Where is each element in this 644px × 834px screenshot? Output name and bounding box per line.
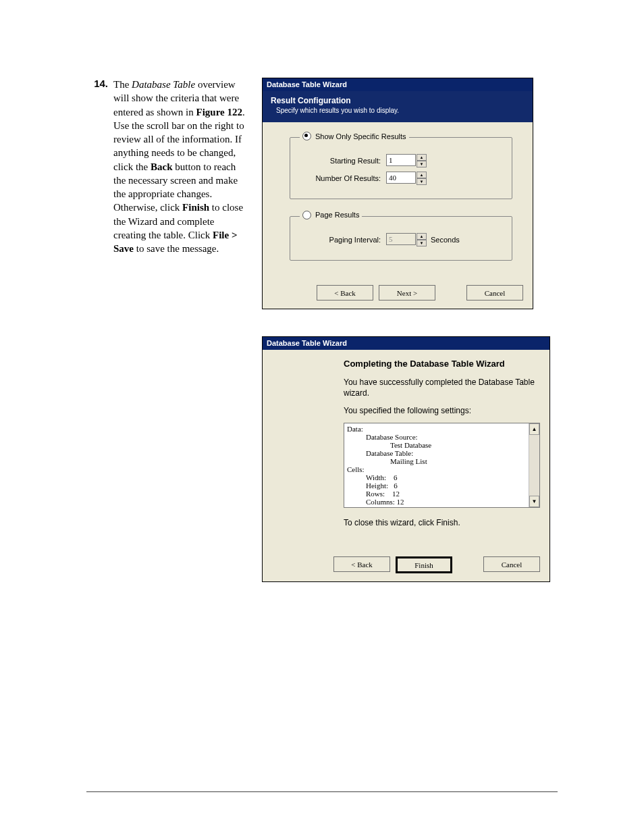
back-button[interactable]: < Back xyxy=(317,285,373,301)
footer-rule xyxy=(86,791,558,792)
cancel-button[interactable]: Cancel xyxy=(466,285,523,301)
completing-title: Completing the Database Table Wizard xyxy=(344,358,540,370)
number-results-spinner[interactable]: ▲▼ xyxy=(386,172,427,185)
spin-up-icon[interactable]: ▲ xyxy=(417,154,427,161)
instruction-step: 14. The Database Table overview will sho… xyxy=(88,78,570,609)
wizard-side-graphic xyxy=(263,350,337,550)
completing-wizard-dialog: Database Table Wizard Completing the Dat… xyxy=(262,336,550,582)
dialog-banner: Result Configuration Specify which resul… xyxy=(263,91,533,122)
dialog-titlebar: Database Table Wizard xyxy=(263,78,533,91)
scroll-up-icon[interactable]: ▲ xyxy=(529,423,539,435)
starting-result-spinner[interactable]: ▲▼ xyxy=(386,154,427,167)
finish-button[interactable]: Finish xyxy=(396,556,452,573)
completing-text-1: You have successfully completed the Data… xyxy=(344,377,540,398)
completing-text-2: You specified the following settings: xyxy=(344,406,540,417)
page-results-group: Page Results Paging Interval: ▲▼ Seconds xyxy=(290,210,512,261)
number-results-label: Number Of Results: xyxy=(300,174,381,184)
close-instruction: To close this wizard, click Finish. xyxy=(344,517,540,528)
page-results-radio[interactable] xyxy=(302,211,311,219)
cancel-button[interactable]: Cancel xyxy=(483,556,540,572)
paging-interval-spinner: ▲▼ xyxy=(386,233,427,246)
spin-down-icon[interactable]: ▼ xyxy=(417,161,427,167)
banner-title: Result Configuration xyxy=(271,95,525,106)
spin-down-icon[interactable]: ▼ xyxy=(417,178,427,185)
specific-results-group: Show Only Specific Results Starting Resu… xyxy=(290,132,512,200)
scroll-down-icon[interactable]: ▼ xyxy=(529,496,539,507)
step-number: 14. xyxy=(88,78,113,89)
spin-up-icon[interactable]: ▲ xyxy=(417,172,427,178)
dialog-titlebar: Database Table Wizard xyxy=(263,337,549,350)
paging-unit: Seconds xyxy=(431,235,460,245)
number-results-input[interactable] xyxy=(386,172,416,184)
scrollbar[interactable]: ▲ ▼ xyxy=(529,423,539,507)
result-config-dialog: Database Table Wizard Result Configurati… xyxy=(262,78,533,309)
step-text: The Database Table overview will show th… xyxy=(113,78,245,255)
paging-interval-input xyxy=(386,233,416,245)
settings-summary-list[interactable]: Data: Database Source: Test Database Dat… xyxy=(344,423,540,508)
starting-result-input[interactable] xyxy=(386,154,416,166)
spin-down-icon: ▼ xyxy=(417,240,427,246)
paging-interval-label: Paging Interval: xyxy=(300,235,381,245)
spin-up-icon: ▲ xyxy=(417,233,427,240)
show-specific-radio[interactable] xyxy=(302,132,311,140)
banner-subtitle: Specify which results you wish to displa… xyxy=(276,106,525,115)
next-button[interactable]: Next > xyxy=(379,285,435,301)
starting-result-label: Starting Result: xyxy=(300,156,381,166)
back-button[interactable]: < Back xyxy=(333,556,390,572)
